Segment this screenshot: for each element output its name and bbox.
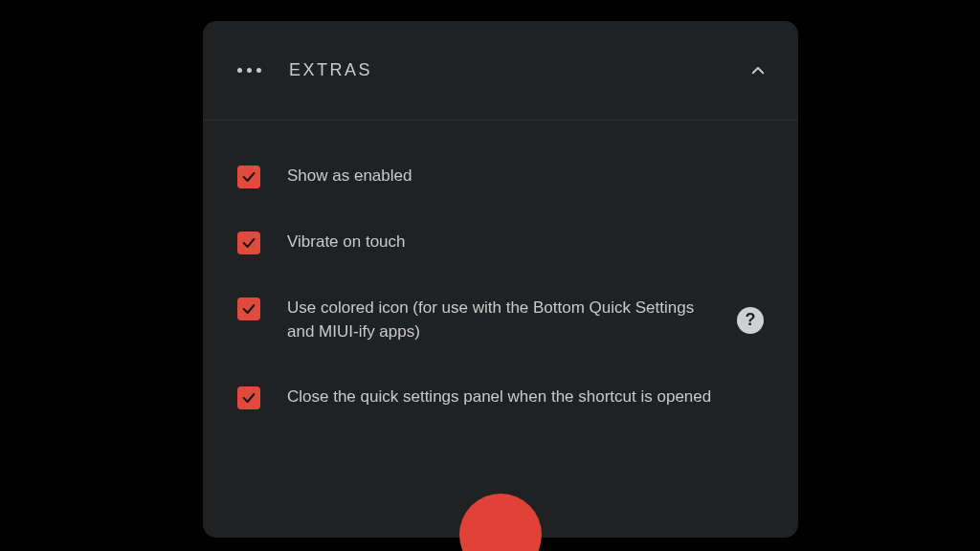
options-list: Show as enabled Vibrate on touch Use col… — [203, 121, 798, 430]
checkbox[interactable] — [237, 165, 260, 188]
checkbox[interactable] — [237, 298, 260, 320]
extras-panel: EXTRAS Show as enabled Vibrate on touch … — [203, 21, 798, 538]
option-label: Close the quick settings panel when the … — [287, 386, 764, 409]
option-colored-icon[interactable]: Use colored icon (for use with the Botto… — [237, 276, 764, 364]
option-label: Vibrate on touch — [287, 231, 764, 254]
fab-button[interactable] — [459, 494, 542, 551]
option-label: Show as enabled — [287, 165, 764, 188]
chevron-up-icon[interactable] — [748, 61, 768, 80]
option-label: Use colored icon (for use with the Botto… — [287, 297, 720, 343]
help-icon[interactable]: ? — [737, 307, 764, 334]
option-close-panel[interactable]: Close the quick settings panel when the … — [237, 364, 764, 430]
checkbox[interactable] — [237, 231, 260, 254]
section-title: EXTRAS — [289, 60, 372, 80]
option-vibrate-on-touch[interactable]: Vibrate on touch — [237, 209, 764, 276]
section-header[interactable]: EXTRAS — [203, 21, 798, 121]
option-show-as-enabled[interactable]: Show as enabled — [237, 143, 764, 209]
more-dots-icon — [237, 68, 262, 73]
checkbox[interactable] — [237, 386, 260, 409]
